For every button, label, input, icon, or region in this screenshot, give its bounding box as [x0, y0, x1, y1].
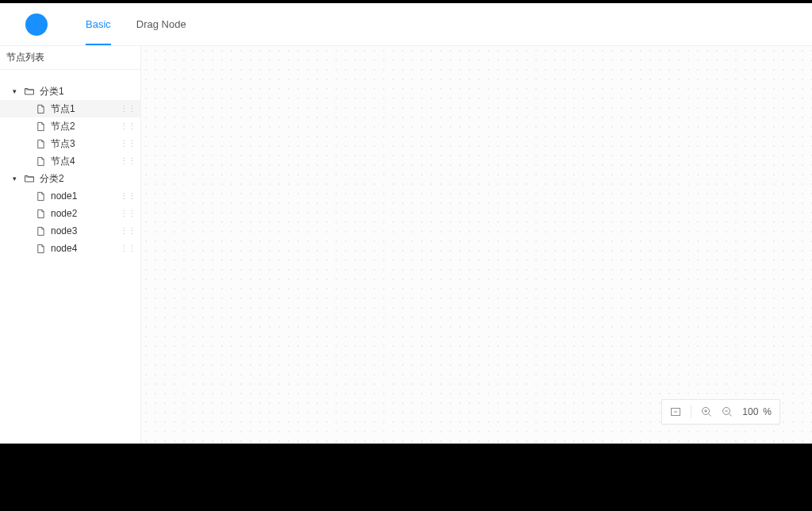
drag-handle-icon[interactable]: ⋮⋮ — [120, 244, 136, 253]
tree-group[interactable]: ▾分类1 — [0, 83, 140, 100]
tree-item[interactable]: node4⋮⋮ — [0, 240, 140, 257]
file-icon — [35, 208, 46, 219]
file-icon — [35, 121, 46, 132]
tree-group[interactable]: ▾分类2 — [0, 170, 140, 187]
app-logo — [25, 13, 48, 36]
tree-item-label: node1 — [51, 190, 77, 202]
zoom-value[interactable]: 100 % — [742, 406, 772, 417]
divider — [691, 405, 691, 418]
file-icon — [35, 225, 46, 236]
drag-handle-icon[interactable]: ⋮⋮ — [120, 227, 136, 236]
drag-handle-icon[interactable]: ⋮⋮ — [120, 140, 136, 148]
drag-handle-icon[interactable]: ⋮⋮ — [120, 192, 136, 201]
fit-screen-icon[interactable] — [670, 406, 681, 417]
tree-item-label: 节点3 — [51, 137, 75, 151]
tree-item[interactable]: node1⋮⋮ — [0, 187, 140, 205]
tree-item-label: node4 — [51, 243, 77, 254]
tree-item-label: 节点1 — [51, 102, 75, 116]
file-icon — [35, 103, 46, 114]
zoom-out-icon[interactable] — [722, 406, 733, 417]
canvas[interactable]: 100 % — [141, 46, 812, 444]
tab-basic[interactable]: Basic — [86, 3, 111, 45]
tabs: BasicDrag Node — [86, 3, 186, 45]
zoom-in-icon[interactable] — [701, 406, 712, 417]
file-icon — [35, 190, 46, 202]
caret-down-icon: ▾ — [10, 87, 19, 95]
tree-item[interactable]: 节点4⋮⋮ — [0, 152, 140, 170]
tree-item-label: node3 — [51, 225, 77, 236]
zoom-controls: 100 % — [661, 399, 780, 425]
tab-drag-node[interactable]: Drag Node — [136, 3, 186, 45]
tree-item[interactable]: 节点1⋮⋮ — [0, 100, 140, 117]
tree-group-label: 分类1 — [40, 85, 64, 98]
drag-handle-icon[interactable]: ⋮⋮ — [120, 209, 136, 218]
tree-item-label: 节点2 — [51, 120, 75, 133]
tree-item-label: node2 — [51, 208, 77, 219]
sidebar-title: 节点列表 — [0, 46, 140, 70]
app-frame: BasicDrag Node 节点列表 ▾分类1节点1⋮⋮节点2⋮⋮节点3⋮⋮节… — [0, 3, 812, 444]
zoom-unit: % — [763, 406, 772, 417]
file-icon — [35, 243, 46, 254]
folder-open-icon — [24, 86, 35, 97]
caret-down-icon: ▾ — [10, 175, 19, 182]
file-icon — [35, 156, 46, 167]
sidebar: 节点列表 ▾分类1节点1⋮⋮节点2⋮⋮节点3⋮⋮节点4⋮⋮▾分类2node1⋮⋮… — [0, 46, 141, 444]
file-icon — [35, 138, 46, 149]
tree-item[interactable]: node2⋮⋮ — [0, 205, 140, 222]
tree-item[interactable]: 节点3⋮⋮ — [0, 135, 140, 152]
drag-handle-icon[interactable]: ⋮⋮ — [120, 157, 136, 166]
folder-open-icon — [24, 173, 35, 184]
drag-handle-icon[interactable]: ⋮⋮ — [120, 105, 136, 113]
drag-handle-icon[interactable]: ⋮⋮ — [120, 122, 136, 131]
tree-item[interactable]: 节点2⋮⋮ — [0, 117, 140, 135]
node-tree: ▾分类1节点1⋮⋮节点2⋮⋮节点3⋮⋮节点4⋮⋮▾分类2node1⋮⋮node2… — [0, 70, 140, 257]
tree-item-label: 节点4 — [51, 155, 75, 168]
zoom-number: 100 — [742, 406, 758, 417]
header: BasicDrag Node — [0, 3, 812, 46]
svg-line-7 — [730, 414, 732, 417]
content: 节点列表 ▾分类1节点1⋮⋮节点2⋮⋮节点3⋮⋮节点4⋮⋮▾分类2node1⋮⋮… — [0, 46, 812, 444]
svg-line-3 — [709, 414, 711, 417]
tree-item[interactable]: node3⋮⋮ — [0, 222, 140, 240]
tree-group-label: 分类2 — [40, 172, 64, 186]
